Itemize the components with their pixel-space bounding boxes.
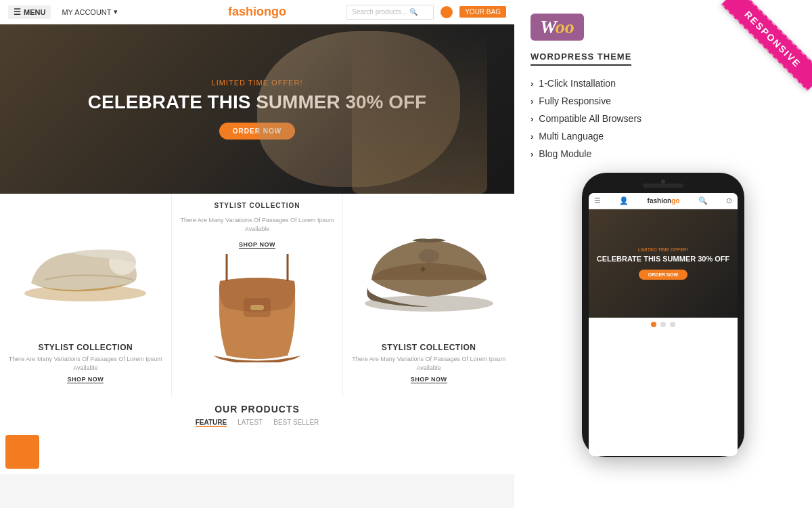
coll-shoe-desc: There Are Many Variations Of Passages Of… [7,355,164,372]
chevron-icon-3: › [531,114,533,124]
menu-button[interactable]: ☰ MENU [8,5,51,19]
phone-camera [661,179,665,184]
woo-o: oo [556,16,574,37]
tab-latest[interactable]: LATEST [238,419,263,427]
products-title: OUR PRODUCTS [215,404,300,415]
bag-button[interactable]: YOUR BAG [459,6,506,18]
bag-label: YOUR BAG [465,8,501,16]
chevron-icon: › [531,79,533,89]
header-left: ☰ MENU MY ACCOUNT ▾ [8,5,118,19]
feature-label-5: Blog Module [539,148,591,159]
my-account-dropdown[interactable]: MY ACCOUNT ▾ [62,7,117,16]
feature-item-1: › 1-Click Installation [531,78,796,89]
search-placeholder: Search products... [352,8,407,16]
phone-user-icon: 👤 [619,196,629,205]
svg-point-6 [365,295,493,312]
my-account-label: MY ACCOUNT [62,8,111,16]
search-icon[interactable]: 🔍 [409,8,418,16]
collections-section: STYLIST COLLECTION There Are Many Variat… [0,194,514,397]
right-panel: RESPONSIVE Woo WORDPRESS THEME › 1-Click… [514,0,812,508]
phone-menu-icon: ☰ [594,196,601,205]
coll-shoe-btn[interactable]: SHOP NOW [67,376,104,383]
products-tabs: FEATURE LATEST BEST SELLER [196,419,319,427]
svg-text:✦: ✦ [419,264,427,275]
site-logo[interactable]: fashiongo [228,5,286,19]
phone-hero: Limited Time Offer! CELEBRATE THIS SUMME… [589,209,738,318]
coll-cap-btn[interactable]: SHOP NOW [411,376,447,383]
phone-carousel-dots [589,318,738,331]
woo-logo-container: Woo [531,14,796,46]
feature-item-4: › Multi Language [531,131,796,142]
phone-mockup: ☰ 👤 fashiongo 🔍 ⊙ Limited Time Offer! CE… [582,173,744,457]
logo-text-1: fashion [228,5,271,18]
phone-title: CELEBRATE THIS SUMMER 30% OFF [597,254,730,263]
coll-shoe-title: STYLIST COLLECTION [39,343,133,352]
logo-text-2: go [271,5,286,18]
phone-order-btn[interactable]: ORDER NOW [639,270,687,280]
phone-logo-go: go [671,197,679,205]
dot-inactive-1 [660,322,666,327]
svg-rect-3 [250,305,264,310]
coll-cap-title: STYLIST COLLECTION [382,343,476,352]
cap-svg: ✦ [361,219,497,320]
product-row [0,429,514,474]
phone-bag-icon: ⊙ [726,196,732,205]
shoe-svg [18,229,153,310]
feature-item-3: › Compatible All Browsers [531,113,796,124]
phone-screen: ☰ 👤 fashiongo 🔍 ⊙ Limited Time Offer! CE… [589,193,738,456]
feature-item-2: › Fully Responsive [531,96,796,106]
hero-image [352,31,487,194]
shoe-image [7,202,164,337]
phone-header: ☰ 👤 fashiongo 🔍 ⊙ [589,193,738,209]
products-section-header: OUR PRODUCTS FEATURE LATEST BEST SELLER [0,397,514,429]
collection-item-shoe: STYLIST COLLECTION There Are Many Variat… [0,194,172,397]
coll-bag-btn-top[interactable]: SHOP NOW [239,241,275,249]
svg-point-7 [419,249,439,263]
features-list: › 1-Click Installation › Fully Responsiv… [531,78,796,159]
product-thumb-featured [5,435,39,469]
header-right: Search products... 🔍 YOUR BAG [346,5,506,20]
feature-label-2: Fully Responsive [539,96,611,106]
feature-item-5: › Blog Module [531,148,796,159]
chevron-down-icon: ▾ [114,7,118,16]
tab-feature[interactable]: FEATURE [196,419,227,427]
bag-image [179,254,336,362]
search-bar[interactable]: Search products... 🔍 [346,5,434,20]
chevron-icon-5: › [531,149,533,159]
bag-svg [206,254,308,362]
chevron-icon-4: › [531,131,533,142]
feature-label-3: Compatible All Browsers [539,113,641,124]
phone-limited: Limited Time Offer! [638,247,688,252]
left-panel: ☰ MENU MY ACCOUNT ▾ fashiongo Search pro… [0,0,514,508]
phone-search-icon: 🔍 [698,196,708,205]
chevron-icon-2: › [531,96,533,106]
menu-label: MENU [24,8,45,16]
dot-active [651,322,656,327]
woo-logo: Woo [531,14,584,41]
coll-cap-desc: There Are Many Variations Of Passages Of… [350,355,508,372]
avatar [441,6,453,18]
phone-logo: fashiongo [648,197,680,205]
feature-label-1: 1-Click Installation [539,78,616,89]
phone-notch [643,184,683,188]
hero-banner: Limited Time Offer! CELEBRATE THIS SUMME… [0,24,514,194]
collection-item-cap: ✦ STYLIST COLLECTION There Are Many Vari… [343,194,514,397]
collection-item-bag: STYLIST COLLECTION There Are Many Variat… [172,194,344,397]
feature-label-4: Multi Language [539,131,604,142]
menu-icon: ☰ [14,7,21,17]
coll-bag-desc-top: There Are Many Variations Of Passages Of… [179,216,336,233]
coll-bag-heading: STYLIST COLLECTION [215,202,300,209]
dot-inactive-2 [670,322,675,327]
tab-bestseller[interactable]: BEST SELLER [273,419,319,427]
theme-label: WORDPRESS THEME [531,51,631,66]
cap-image: ✦ [350,202,508,337]
site-header: ☰ MENU MY ACCOUNT ▾ fashiongo Search pro… [0,0,514,24]
